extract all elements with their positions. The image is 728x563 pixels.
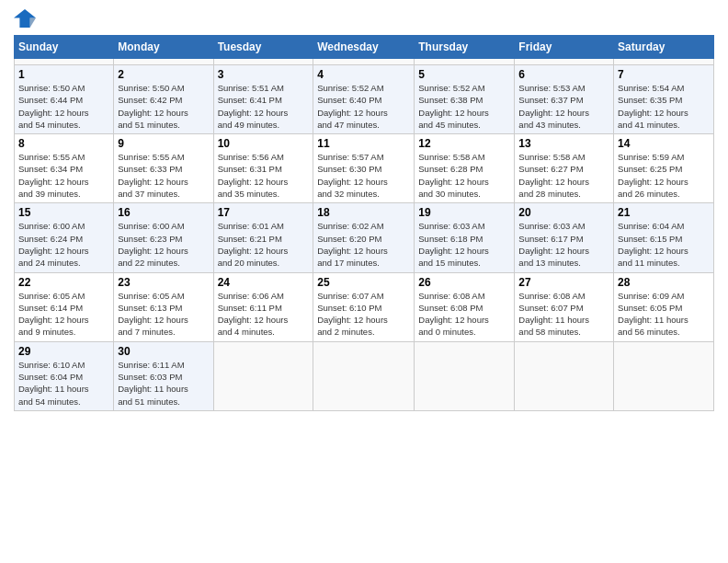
- calendar-cell: [515, 59, 614, 65]
- col-header-thursday: Thursday: [415, 36, 515, 59]
- day-info: Sunrise: 6:06 AM Sunset: 6:11 PM Dayligh…: [218, 290, 310, 339]
- day-info: Sunrise: 5:52 AM Sunset: 6:38 PM Dayligh…: [418, 82, 510, 131]
- day-number: 1: [18, 68, 109, 81]
- calendar-cell: 4Sunrise: 5:52 AM Sunset: 6:40 PM Daylig…: [313, 65, 415, 134]
- day-info: Sunrise: 6:07 AM Sunset: 6:10 PM Dayligh…: [317, 290, 410, 339]
- calendar-cell: [614, 59, 714, 65]
- svg-marker-1: [30, 18, 36, 28]
- day-info: Sunrise: 5:50 AM Sunset: 6:44 PM Dayligh…: [18, 82, 109, 131]
- day-info: Sunrise: 6:01 AM Sunset: 6:21 PM Dayligh…: [218, 220, 310, 269]
- calendar-cell: 23Sunrise: 6:05 AM Sunset: 6:13 PM Dayli…: [114, 272, 213, 341]
- day-number: 29: [18, 345, 109, 358]
- header-row: SundayMondayTuesdayWednesdayThursdayFrid…: [15, 36, 714, 59]
- calendar-cell: 11Sunrise: 5:57 AM Sunset: 6:30 PM Dayli…: [313, 134, 415, 203]
- day-info: Sunrise: 6:09 AM Sunset: 6:05 PM Dayligh…: [618, 290, 710, 339]
- day-info: Sunrise: 5:58 AM Sunset: 6:27 PM Dayligh…: [518, 151, 609, 200]
- calendar-cell: 17Sunrise: 6:01 AM Sunset: 6:21 PM Dayli…: [213, 203, 313, 272]
- day-number: 25: [317, 276, 410, 289]
- calendar-cell: 14Sunrise: 5:59 AM Sunset: 6:25 PM Dayli…: [614, 134, 714, 203]
- col-header-wednesday: Wednesday: [313, 36, 415, 59]
- header: [14, 9, 714, 28]
- main-container: SundayMondayTuesdayWednesdayThursdayFrid…: [0, 0, 728, 420]
- day-number: 13: [518, 137, 609, 150]
- day-number: 27: [518, 276, 609, 289]
- day-info: Sunrise: 6:05 AM Sunset: 6:13 PM Dayligh…: [118, 290, 209, 339]
- calendar-cell: 19Sunrise: 6:03 AM Sunset: 6:18 PM Dayli…: [415, 203, 515, 272]
- calendar-cell: 9Sunrise: 5:55 AM Sunset: 6:33 PM Daylig…: [114, 134, 213, 203]
- day-number: 22: [18, 276, 109, 289]
- day-info: Sunrise: 6:05 AM Sunset: 6:14 PM Dayligh…: [18, 290, 109, 339]
- day-number: 30: [118, 345, 209, 358]
- calendar-cell: [614, 341, 714, 410]
- logo: [14, 9, 40, 28]
- col-header-tuesday: Tuesday: [213, 36, 313, 59]
- week-row: 29Sunrise: 6:10 AM Sunset: 6:04 PM Dayli…: [15, 341, 714, 410]
- calendar-cell: 24Sunrise: 6:06 AM Sunset: 6:11 PM Dayli…: [213, 272, 313, 341]
- calendar-cell: [213, 59, 313, 65]
- calendar-cell: 16Sunrise: 6:00 AM Sunset: 6:23 PM Dayli…: [114, 203, 213, 272]
- calendar-cell: 13Sunrise: 5:58 AM Sunset: 6:27 PM Dayli…: [515, 134, 614, 203]
- col-header-saturday: Saturday: [614, 36, 714, 59]
- day-info: Sunrise: 5:58 AM Sunset: 6:28 PM Dayligh…: [418, 151, 510, 200]
- day-number: 26: [418, 276, 510, 289]
- calendar-cell: 26Sunrise: 6:08 AM Sunset: 6:08 PM Dayli…: [415, 272, 515, 341]
- calendar-table: SundayMondayTuesdayWednesdayThursdayFrid…: [14, 35, 714, 411]
- calendar-cell: 30Sunrise: 6:11 AM Sunset: 6:03 PM Dayli…: [114, 341, 213, 410]
- week-row: [15, 59, 714, 65]
- calendar-cell: [415, 59, 515, 65]
- day-info: Sunrise: 6:11 AM Sunset: 6:03 PM Dayligh…: [118, 359, 209, 408]
- day-number: 8: [18, 137, 109, 150]
- day-number: 5: [418, 68, 510, 81]
- day-info: Sunrise: 5:53 AM Sunset: 6:37 PM Dayligh…: [518, 82, 609, 131]
- calendar-cell: 29Sunrise: 6:10 AM Sunset: 6:04 PM Dayli…: [15, 341, 114, 410]
- calendar-cell: 21Sunrise: 6:04 AM Sunset: 6:15 PM Dayli…: [614, 203, 714, 272]
- day-number: 9: [118, 137, 209, 150]
- day-number: 15: [18, 206, 109, 219]
- col-header-monday: Monday: [114, 36, 213, 59]
- day-number: 3: [218, 68, 310, 81]
- day-number: 6: [518, 68, 609, 81]
- day-info: Sunrise: 5:55 AM Sunset: 6:34 PM Dayligh…: [18, 151, 109, 200]
- day-info: Sunrise: 5:52 AM Sunset: 6:40 PM Dayligh…: [317, 82, 410, 131]
- calendar-cell: 8Sunrise: 5:55 AM Sunset: 6:34 PM Daylig…: [15, 134, 114, 203]
- calendar-cell: 12Sunrise: 5:58 AM Sunset: 6:28 PM Dayli…: [415, 134, 515, 203]
- calendar-cell: 15Sunrise: 6:00 AM Sunset: 6:24 PM Dayli…: [15, 203, 114, 272]
- day-number: 16: [118, 206, 209, 219]
- day-number: 7: [618, 68, 710, 81]
- calendar-cell: 7Sunrise: 5:54 AM Sunset: 6:35 PM Daylig…: [614, 65, 714, 134]
- day-info: Sunrise: 6:08 AM Sunset: 6:08 PM Dayligh…: [418, 290, 510, 339]
- day-number: 23: [118, 276, 209, 289]
- day-number: 17: [218, 206, 310, 219]
- calendar-cell: 6Sunrise: 5:53 AM Sunset: 6:37 PM Daylig…: [515, 65, 614, 134]
- day-info: Sunrise: 5:54 AM Sunset: 6:35 PM Dayligh…: [618, 82, 710, 131]
- day-info: Sunrise: 6:10 AM Sunset: 6:04 PM Dayligh…: [18, 359, 109, 408]
- calendar-cell: 3Sunrise: 5:51 AM Sunset: 6:41 PM Daylig…: [213, 65, 313, 134]
- day-info: Sunrise: 5:50 AM Sunset: 6:42 PM Dayligh…: [118, 82, 209, 131]
- day-number: 28: [618, 276, 710, 289]
- calendar-cell: [114, 59, 213, 65]
- week-row: 22Sunrise: 6:05 AM Sunset: 6:14 PM Dayli…: [15, 272, 714, 341]
- day-info: Sunrise: 6:00 AM Sunset: 6:24 PM Dayligh…: [18, 220, 109, 269]
- calendar-cell: [313, 59, 415, 65]
- day-number: 19: [418, 206, 510, 219]
- calendar-cell: 28Sunrise: 6:09 AM Sunset: 6:05 PM Dayli…: [614, 272, 714, 341]
- day-number: 24: [218, 276, 310, 289]
- calendar-cell: [415, 341, 515, 410]
- day-number: 11: [317, 137, 410, 150]
- calendar-cell: 20Sunrise: 6:03 AM Sunset: 6:17 PM Dayli…: [515, 203, 614, 272]
- calendar-cell: [213, 341, 313, 410]
- day-info: Sunrise: 5:56 AM Sunset: 6:31 PM Dayligh…: [218, 151, 310, 200]
- day-number: 10: [218, 137, 310, 150]
- day-info: Sunrise: 5:57 AM Sunset: 6:30 PM Dayligh…: [317, 151, 410, 200]
- day-info: Sunrise: 6:08 AM Sunset: 6:07 PM Dayligh…: [518, 290, 609, 339]
- day-number: 2: [118, 68, 209, 81]
- calendar-cell: 27Sunrise: 6:08 AM Sunset: 6:07 PM Dayli…: [515, 272, 614, 341]
- calendar-cell: 25Sunrise: 6:07 AM Sunset: 6:10 PM Dayli…: [313, 272, 415, 341]
- calendar-cell: 5Sunrise: 5:52 AM Sunset: 6:38 PM Daylig…: [415, 65, 515, 134]
- logo-icon: [14, 9, 36, 28]
- day-number: 4: [317, 68, 410, 81]
- calendar-cell: [15, 59, 114, 65]
- calendar-cell: [313, 341, 415, 410]
- calendar-cell: 22Sunrise: 6:05 AM Sunset: 6:14 PM Dayli…: [15, 272, 114, 341]
- day-info: Sunrise: 6:03 AM Sunset: 6:18 PM Dayligh…: [418, 220, 510, 269]
